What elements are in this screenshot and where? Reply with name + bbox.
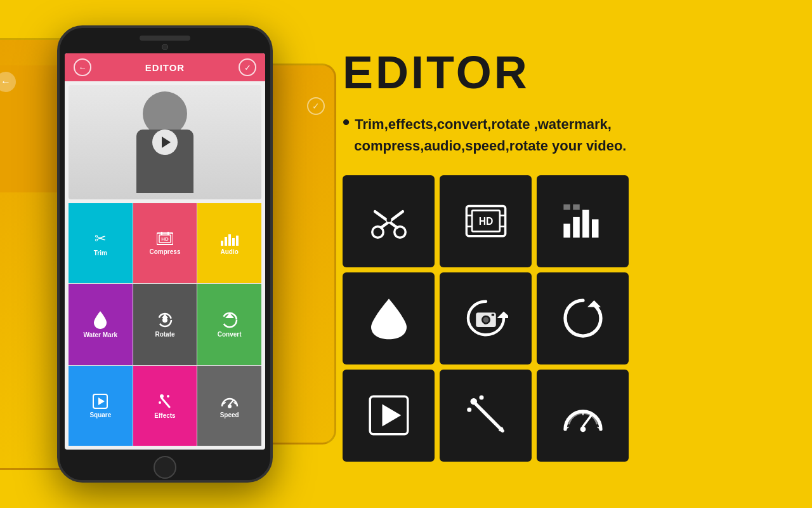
svg-point-54 bbox=[467, 408, 471, 412]
speed-icon bbox=[221, 394, 239, 409]
speed-button[interactable]: Speed bbox=[197, 366, 261, 446]
svg-rect-39 bbox=[573, 217, 580, 237]
svg-point-18 bbox=[167, 395, 169, 398]
compress-icon: HD bbox=[157, 232, 173, 246]
watermark-label: Water Mark bbox=[84, 331, 118, 338]
watermark-button[interactable]: Water Mark bbox=[69, 284, 133, 365]
svg-line-58 bbox=[583, 415, 591, 427]
svg-point-47 bbox=[483, 318, 488, 323]
square-label: Square bbox=[89, 411, 111, 418]
grid-effects-icon bbox=[464, 393, 508, 438]
grid-speed-icon bbox=[561, 393, 605, 438]
feature-icon-grid: HD bbox=[343, 175, 629, 462]
svg-rect-6 bbox=[225, 237, 227, 246]
speed-label: Speed bbox=[220, 411, 239, 418]
watermark-icon bbox=[94, 311, 107, 329]
svg-marker-51 bbox=[382, 404, 401, 427]
effects-icon bbox=[157, 393, 173, 410]
grid-watermark-cell[interactable] bbox=[343, 272, 435, 364]
video-preview[interactable] bbox=[69, 85, 261, 199]
feature-text: •Trim,effects,convert,rotate ,watermark,… bbox=[343, 108, 626, 156]
svg-point-19 bbox=[159, 401, 161, 404]
compress-button[interactable]: HD Compress bbox=[133, 203, 197, 283]
svg-text:HD: HD bbox=[161, 236, 169, 242]
svg-point-53 bbox=[479, 396, 483, 400]
svg-text:HD: HD bbox=[478, 216, 493, 227]
rotate-icon bbox=[157, 312, 173, 328]
bg-right-check: ✓ bbox=[307, 97, 325, 115]
play-button[interactable] bbox=[152, 130, 178, 155]
trim-button[interactable]: ✂ Trim bbox=[69, 203, 133, 283]
play-icon bbox=[162, 137, 171, 148]
grid-audio-icon bbox=[561, 199, 605, 243]
svg-rect-48 bbox=[491, 314, 494, 316]
phone-area: ← ✓ ← EDITOR ✓ bbox=[0, 0, 330, 508]
app-header: ← EDITOR ✓ bbox=[65, 53, 265, 81]
grid-speed-cell[interactable] bbox=[537, 370, 629, 462]
trim-icon: ✂ bbox=[95, 231, 106, 247]
svg-rect-43 bbox=[573, 204, 580, 210]
app-screen: ← EDITOR ✓ ✂ Trim bbox=[65, 53, 265, 450]
back-icon: ← bbox=[79, 63, 87, 72]
grid-convert-cell[interactable] bbox=[537, 272, 629, 364]
svg-rect-9 bbox=[236, 236, 239, 246]
grid-square-cell[interactable] bbox=[343, 370, 435, 462]
svg-rect-5 bbox=[221, 241, 223, 246]
svg-point-12 bbox=[162, 318, 167, 323]
svg-point-30 bbox=[386, 218, 391, 222]
svg-rect-38 bbox=[563, 224, 570, 238]
svg-rect-40 bbox=[582, 210, 589, 238]
compress-label: Compress bbox=[150, 248, 181, 255]
svg-line-55 bbox=[476, 404, 502, 431]
grid-compress-icon: HD bbox=[464, 199, 508, 243]
grid-watermark-icon bbox=[367, 296, 411, 340]
grid-trim-icon bbox=[367, 199, 411, 243]
home-button[interactable] bbox=[154, 456, 176, 479]
back-button[interactable]: ← bbox=[74, 58, 91, 76]
tools-grid: ✂ Trim HD Compress bbox=[69, 203, 261, 446]
phone-camera bbox=[162, 44, 168, 50]
svg-line-23 bbox=[230, 400, 233, 404]
grid-effects-cell[interactable] bbox=[440, 370, 532, 462]
audio-button[interactable]: Audio bbox=[197, 203, 261, 283]
svg-rect-41 bbox=[592, 220, 599, 238]
grid-trim-cell[interactable] bbox=[343, 175, 435, 267]
rotate-label: Rotate bbox=[155, 331, 174, 338]
convert-icon bbox=[221, 312, 238, 328]
phone-home bbox=[60, 455, 270, 480]
main-phone: ← EDITOR ✓ ✂ Trim bbox=[57, 25, 273, 483]
audio-label: Audio bbox=[220, 248, 238, 255]
rotate-button[interactable]: Rotate bbox=[133, 284, 197, 365]
grid-compress-cell[interactable]: HD bbox=[440, 175, 532, 267]
svg-line-21 bbox=[167, 404, 169, 407]
svg-rect-42 bbox=[563, 204, 570, 210]
svg-marker-49 bbox=[587, 300, 601, 307]
app-title: EDITOR bbox=[145, 62, 185, 73]
audio-icon bbox=[221, 232, 239, 246]
grid-rotate-video-cell[interactable] bbox=[440, 272, 532, 364]
check-icon: ✓ bbox=[244, 63, 251, 72]
square-icon bbox=[93, 394, 108, 409]
phone-speaker bbox=[140, 36, 190, 41]
grid-rotate-video-icon bbox=[464, 296, 508, 340]
trim-label: Trim bbox=[94, 250, 107, 257]
grid-convert-icon bbox=[561, 296, 605, 340]
right-content: EDITOR •Trim,effects,convert,rotate ,wat… bbox=[330, 34, 812, 474]
effects-label: Effects bbox=[154, 412, 175, 419]
svg-marker-44 bbox=[497, 312, 508, 319]
convert-button[interactable]: Convert bbox=[197, 284, 261, 365]
svg-rect-7 bbox=[228, 234, 231, 246]
confirm-button[interactable]: ✓ bbox=[239, 58, 256, 76]
phone-camera-row bbox=[60, 44, 270, 50]
convert-label: Convert bbox=[218, 331, 242, 338]
grid-audio-cell[interactable] bbox=[537, 175, 629, 267]
square-button[interactable]: Square bbox=[69, 366, 133, 446]
svg-marker-16 bbox=[98, 398, 105, 405]
effects-button[interactable]: Effects bbox=[133, 366, 197, 446]
editor-title: EDITOR bbox=[343, 46, 530, 98]
bullet-point: • bbox=[343, 110, 350, 133]
svg-rect-8 bbox=[232, 238, 235, 246]
grid-square-icon bbox=[367, 393, 411, 438]
